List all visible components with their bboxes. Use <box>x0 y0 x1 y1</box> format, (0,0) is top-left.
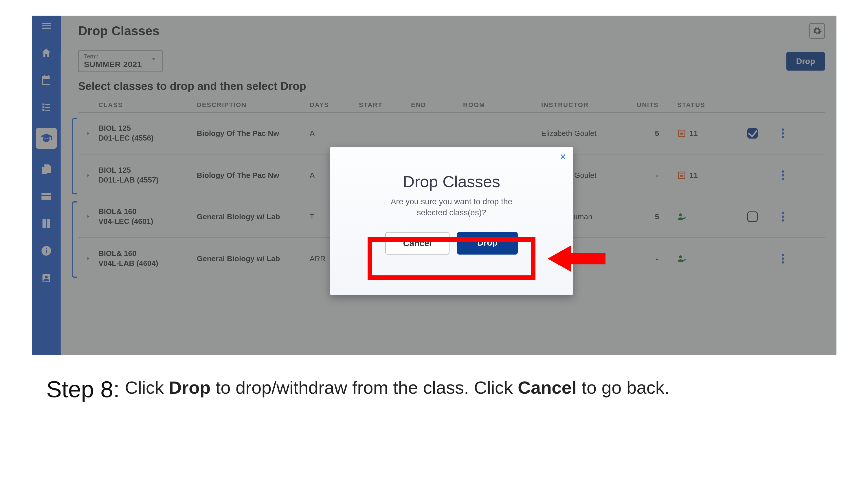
chevron-right-icon <box>85 214 91 220</box>
gear-icon <box>812 26 822 36</box>
status-count: 11 <box>689 171 698 180</box>
term-label: Term: <box>84 53 142 60</box>
description-cell: Biology Of The Pac Nw <box>197 171 310 180</box>
document-copy-icon[interactable] <box>40 163 53 176</box>
description-cell: Biology Of The Pac Nw <box>197 129 310 138</box>
header-instructor: INSTRUCTOR <box>541 101 637 109</box>
dialog-button-row: Cancel Drop <box>330 232 573 255</box>
confirm-drop-dialog: × Drop Classes Are you sure you want to … <box>330 147 573 295</box>
header-end: END <box>411 101 463 109</box>
info-icon[interactable] <box>40 244 53 257</box>
checkbox-unchecked-icon <box>747 212 758 222</box>
enrolled-icon <box>677 254 686 263</box>
header-status: STATUS <box>677 101 735 109</box>
calendar-icon[interactable] <box>40 73 53 87</box>
select-checkbox[interactable] <box>735 212 770 222</box>
svg-point-4 <box>45 276 48 279</box>
row-menu-button[interactable] <box>770 254 796 263</box>
status-count: 11 <box>689 129 698 138</box>
group-bracket <box>72 201 77 278</box>
header-start: START <box>359 101 411 109</box>
waitlist-icon <box>677 129 686 138</box>
menu-icon[interactable] <box>40 19 53 32</box>
select-checkbox[interactable] <box>735 128 770 138</box>
app-window: Drop Classes Term: SUMMER 2021 Drop Sele… <box>32 15 836 355</box>
header-units: UNITS <box>637 101 677 109</box>
term-value: SUMMER 2021 <box>84 60 142 69</box>
description-cell: General Biology w/ Lab <box>197 254 310 263</box>
class-cell: BIOL& 160V04L-LAB (4604) <box>98 249 197 268</box>
chevron-right-icon <box>85 130 91 136</box>
expand-row-button[interactable] <box>78 255 98 262</box>
step-label: Step 8: <box>46 376 120 403</box>
row-menu-button[interactable] <box>770 128 796 138</box>
class-cell: BIOL& 160V04-LEC (4601) <box>98 207 197 227</box>
class-cell: BIOL 125D01-LEC (4556) <box>98 124 197 143</box>
dialog-message: Are you sure you want to drop the select… <box>330 196 573 218</box>
term-dropdown[interactable]: Term: SUMMER 2021 <box>78 50 163 72</box>
svg-rect-2 <box>46 248 46 249</box>
confirm-drop-button[interactable]: Drop <box>457 232 518 255</box>
waitlist-icon <box>677 171 686 180</box>
chevron-down-icon <box>151 56 157 63</box>
class-cell: BIOL 125D01L-LAB (4557) <box>98 165 197 185</box>
home-icon[interactable] <box>40 46 53 60</box>
page-title: Drop Classes <box>78 24 159 38</box>
checkbox-checked-icon <box>747 128 758 138</box>
status-cell: 11 <box>677 171 735 180</box>
step-instruction: Step 8: Click Drop to drop/withdraw from… <box>46 376 816 403</box>
person-icon[interactable] <box>40 271 53 285</box>
status-cell <box>677 212 735 221</box>
instructor-cell: Elizabeth Goulet <box>541 129 637 138</box>
status-cell: 11 <box>677 129 735 138</box>
row-menu-button[interactable] <box>770 170 796 180</box>
dialog-title: Drop Classes <box>330 172 573 191</box>
sidebar <box>32 15 61 355</box>
days-cell: A <box>310 129 359 138</box>
group-bracket <box>72 118 77 194</box>
cancel-button[interactable]: Cancel <box>385 232 450 255</box>
row-menu-button[interactable] <box>770 212 796 222</box>
units-cell: - <box>637 254 677 263</box>
header-room: ROOM <box>463 101 541 109</box>
svg-point-8 <box>679 255 682 258</box>
table-header: CLASS DESCRIPTION DAYS START END ROOM IN… <box>78 101 825 113</box>
svg-point-7 <box>679 214 682 216</box>
units-cell: 5 <box>637 129 677 138</box>
status-cell <box>677 254 735 263</box>
svg-rect-1 <box>46 250 46 253</box>
list-icon[interactable] <box>40 101 53 114</box>
drop-button[interactable]: Drop <box>786 52 825 71</box>
description-cell: General Biology w/ Lab <box>197 212 310 221</box>
header-days: DAYS <box>310 101 359 109</box>
header-description: DESCRIPTION <box>197 101 310 109</box>
header-class: CLASS <box>98 101 197 109</box>
close-dialog-button[interactable]: × <box>559 153 567 161</box>
book-icon[interactable] <box>40 217 53 230</box>
units-cell: 5 <box>637 212 677 221</box>
close-icon: × <box>560 151 566 163</box>
graduation-cap-icon[interactable] <box>36 128 57 149</box>
expand-row-button[interactable] <box>78 214 98 220</box>
chevron-right-icon <box>85 255 91 262</box>
chevron-right-icon <box>85 172 91 178</box>
enrolled-icon <box>677 212 686 221</box>
expand-row-button[interactable] <box>78 172 98 178</box>
credit-card-icon[interactable] <box>40 190 53 203</box>
step-text: Click Drop to drop/withdraw from the cla… <box>125 376 670 403</box>
settings-button[interactable] <box>809 23 825 39</box>
units-cell: - <box>637 171 677 180</box>
expand-row-button[interactable] <box>78 130 98 136</box>
instruction-text: Select classes to drop and then select D… <box>78 80 825 93</box>
